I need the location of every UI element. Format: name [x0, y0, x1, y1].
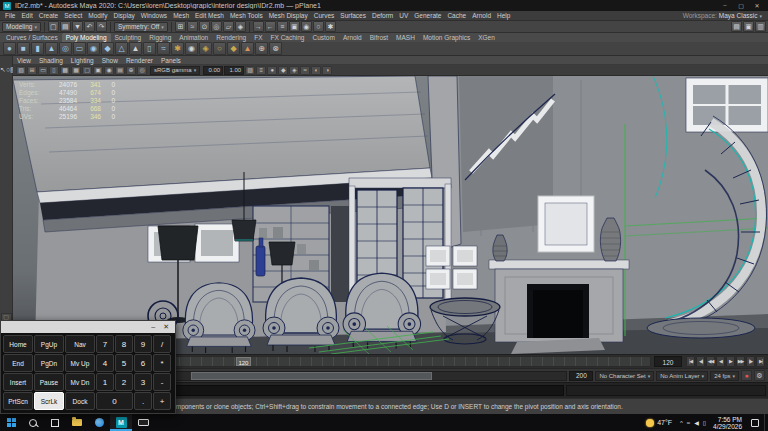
make-live-icon[interactable]: ◈: [235, 21, 246, 32]
combine-icon[interactable]: ⊕: [255, 42, 268, 55]
xray-icon[interactable]: ▨: [245, 66, 255, 75]
osk-minimize-button[interactable]: –: [151, 321, 155, 333]
output-connections-icon[interactable]: ←: [265, 21, 276, 32]
shelf-tab-fx-caching[interactable]: FX Caching: [267, 33, 309, 42]
osk-key-divide[interactable]: /: [153, 335, 171, 353]
onscreen-keyboard-window[interactable]: – ✕ HomePgUpNav789/EndPgDnMv Up456*Inser…: [0, 320, 176, 414]
step-forward-key-icon[interactable]: ▶▶: [736, 356, 745, 367]
task-view-button[interactable]: [44, 414, 66, 431]
poly-sphere-icon[interactable]: ●: [3, 42, 16, 55]
osk-key-nav[interactable]: Nav: [65, 335, 95, 353]
panel-menu-show[interactable]: Show: [98, 56, 122, 64]
osk-key-end[interactable]: End: [3, 354, 33, 372]
safe-action-icon[interactable]: ▢: [82, 66, 92, 75]
super-ellipse-icon[interactable]: ◈: [199, 42, 212, 55]
quick-render-icon[interactable]: ◉: [301, 21, 312, 32]
menu-edit[interactable]: Edit: [18, 11, 35, 20]
poly-disc-icon[interactable]: ◉: [87, 42, 100, 55]
menu-mesh[interactable]: Mesh: [170, 11, 192, 20]
maya-taskbar-app[interactable]: M: [110, 414, 132, 431]
show-desktop-button[interactable]: [764, 414, 768, 431]
poly-helix-icon[interactable]: ≈: [157, 42, 170, 55]
poly-pr-icon[interactable]: ▲: [129, 42, 142, 55]
osk-key-3[interactable]: 3: [134, 373, 152, 391]
osk-key-prtscn[interactable]: PrtScn: [3, 392, 33, 410]
panel-menu-shading[interactable]: Shading: [35, 56, 67, 64]
osk-titlebar[interactable]: – ✕: [1, 321, 175, 333]
anim-layer-dropdown[interactable]: No Anim Layer ▾: [656, 371, 708, 381]
osk-key-insert[interactable]: Insert: [3, 373, 33, 391]
menu-select[interactable]: Select: [61, 11, 85, 20]
menu-generate[interactable]: Generate: [411, 11, 444, 20]
poly-pipe-icon[interactable]: ▯: [143, 42, 156, 55]
osk-close-button[interactable]: ✕: [163, 321, 169, 333]
shadows-icon[interactable]: ◆: [278, 66, 288, 75]
shelf-tab-motion-graphics[interactable]: Motion Graphics: [419, 33, 474, 42]
new-scene-icon[interactable]: ▢: [48, 21, 59, 32]
safe-title-icon[interactable]: ▣: [93, 66, 103, 75]
construction-history-icon[interactable]: ≡: [277, 21, 288, 32]
volume-icon-icon[interactable]: ◀: [694, 419, 699, 426]
exposure-icon[interactable]: ◐: [311, 66, 321, 75]
tool-settings-toggle-icon[interactable]: ▣: [743, 21, 754, 32]
action-center-button[interactable]: [746, 419, 764, 427]
wireframe-on-shaded-icon[interactable]: ≡: [256, 66, 266, 75]
snap-to-view-plane-icon[interactable]: ▱: [223, 21, 234, 32]
osk-key-1[interactable]: 1: [96, 373, 114, 391]
character-set-dropdown[interactable]: No Character Set ▾: [595, 371, 654, 381]
default-material-icon[interactable]: ●: [267, 66, 277, 75]
animation-preferences-button[interactable]: ⚙: [754, 370, 765, 381]
ultra-shape-icon[interactable]: ◆: [227, 42, 240, 55]
search-button[interactable]: [22, 414, 44, 431]
menu-uv[interactable]: UV: [396, 11, 411, 20]
menu-modify[interactable]: Modify: [85, 11, 110, 20]
osk-key-plus[interactable]: +: [153, 392, 171, 410]
snap-to-grid-icon[interactable]: ⊞: [175, 21, 186, 32]
input-connections-icon[interactable]: →: [253, 21, 264, 32]
gamma-icon[interactable]: ◑: [322, 66, 332, 75]
auto-key-button[interactable]: ●: [741, 370, 752, 381]
osk-key-2[interactable]: 2: [115, 373, 133, 391]
snap-to-projected-center-icon[interactable]: ◎: [211, 21, 222, 32]
osk-key-minus[interactable]: -: [153, 373, 171, 391]
osk-key-pgup[interactable]: PgUp: [34, 335, 64, 353]
channel-box-toggle-icon[interactable]: ▥: [755, 21, 766, 32]
osk-key-pause[interactable]: Pause: [34, 373, 64, 391]
go-to-start-icon[interactable]: |◀: [686, 356, 695, 367]
osk-key-decimal[interactable]: .: [134, 392, 152, 410]
poly-pyramid-icon[interactable]: △: [115, 42, 128, 55]
osk-key-home[interactable]: Home: [3, 335, 33, 353]
usb-icon-icon[interactable]: ▯: [703, 419, 706, 426]
menu-mesh-tools[interactable]: Mesh Tools: [227, 11, 266, 20]
undo-icon[interactable]: ↶: [84, 21, 95, 32]
gamma-field[interactable]: 1.00: [224, 66, 244, 75]
file-explorer-app[interactable]: [66, 414, 88, 431]
fps-dropdown[interactable]: 24 fps ▾: [710, 371, 739, 381]
attribute-editor-toggle-icon[interactable]: ▤: [731, 21, 742, 32]
open-scene-icon[interactable]: ▤: [60, 21, 71, 32]
select-tool-icon[interactable]: ↖: [0, 66, 6, 73]
menu-set-dropdown[interactable]: Modeling ▾: [2, 22, 41, 32]
panel-menu-panels[interactable]: Panels: [157, 56, 185, 64]
current-time-marker[interactable]: 120: [236, 357, 251, 366]
render-settings-icon[interactable]: ✱: [325, 21, 336, 32]
grid-toggle-icon[interactable]: ⊞: [27, 66, 37, 75]
menu-curves[interactable]: Curves: [311, 11, 338, 20]
osk-key-7[interactable]: 7: [96, 335, 114, 353]
shelf-tab-rigging[interactable]: Rigging: [145, 33, 175, 42]
save-scene-icon[interactable]: ▼: [72, 21, 83, 32]
poly-cube-icon[interactable]: ■: [17, 42, 30, 55]
menu-deform[interactable]: Deform: [369, 11, 396, 20]
close-button[interactable]: ✕: [749, 2, 765, 9]
osk-key-6[interactable]: 6: [134, 354, 152, 372]
shelf-tab-xgen[interactable]: XGen: [474, 33, 499, 42]
menu-file[interactable]: File: [2, 11, 18, 20]
shelf-tab-mash[interactable]: MASH: [392, 33, 419, 42]
shelf-tab-arnold[interactable]: Arnold: [339, 33, 366, 42]
range-slider-handle[interactable]: [191, 372, 432, 380]
osk-key-mv-up[interactable]: Mv Up: [65, 354, 95, 372]
osk-key-mv-dn[interactable]: Mv Dn: [65, 373, 95, 391]
play-forwards-icon[interactable]: ▶: [726, 356, 735, 367]
network-icon-icon[interactable]: ≈: [687, 420, 690, 426]
hidden-icons-chevron-icon[interactable]: ^: [680, 420, 683, 426]
